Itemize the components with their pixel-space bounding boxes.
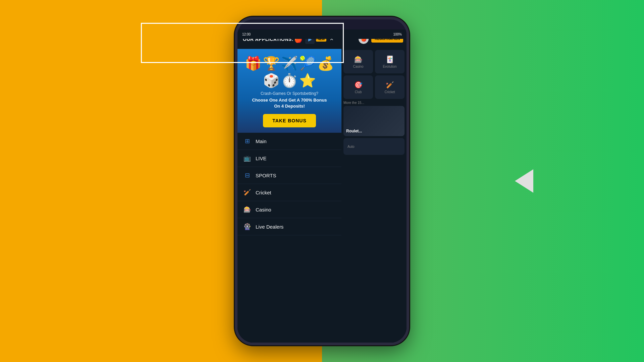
cricket-menu-icon: 🏏 — [244, 189, 251, 196]
take-bonus-button[interactable]: TAKE BONUS — [263, 114, 316, 127]
live-dealers-icon: 🎡 — [244, 223, 251, 230]
menu-item-main[interactable]: ⊞ Main — [237, 133, 341, 150]
auto-label: Auto — [347, 145, 355, 148]
status-time: 12:00 — [242, 33, 251, 36]
main-icon: ⊞ — [244, 137, 251, 145]
power-button — [408, 93, 409, 120]
clock-emoji: ⏱️ — [281, 73, 298, 88]
volume-down-button — [235, 107, 236, 127]
app-card-grid: 🎰 Casino 🃏 Evolution 🎯 Club 🏏 Cricket — [341, 48, 407, 101]
live-dealers-label: Live Dealers — [256, 224, 283, 230]
menu-item-sports[interactable]: ⊟ SPORTS — [237, 167, 341, 184]
cricket-menu-label: Cricket — [256, 190, 271, 195]
cricket-card[interactable]: 🏏 Cricket — [375, 75, 405, 99]
trophy-emoji: 🏆 — [263, 56, 280, 71]
coin-emoji: 💰 — [317, 56, 334, 71]
banner-subtitle: Crash-Games Or Sportsbetting? — [243, 91, 336, 96]
right-app-content: 🍎 REGISTRATION 🎰 Casino 🃏 Evolution 🎯 Cl… — [341, 29, 407, 343]
main-label: Main — [256, 138, 267, 144]
casino-label: Casino — [353, 65, 363, 68]
back-arrow[interactable] — [515, 169, 533, 193]
plane-emoji: ✈️ — [281, 56, 298, 71]
gift-emoji: 🎁 — [245, 56, 262, 71]
evolution-icon: 🃏 — [386, 55, 394, 63]
menu-item-live[interactable]: 📺 LIVE — [237, 150, 341, 167]
roulette-label: Roulet... — [346, 129, 362, 133]
casino-icon: 🎰 — [354, 55, 363, 63]
popup-banner: 🎁 🏆 ✈️ 🎾 💰 🎲 ⏱️ ⭐ Crash-Games Or Sportsb… — [237, 49, 341, 133]
auto-card[interactable]: Auto — [343, 138, 405, 155]
arrow-triangle — [515, 169, 533, 193]
menu-item-casino[interactable]: 🎰 Casino — [237, 201, 341, 218]
status-bar: 12:00 100% — [237, 29, 407, 39]
dice-emoji: 🎲 — [263, 73, 280, 88]
sports-icon: ⊟ — [244, 172, 251, 179]
cricket-icon: 🏏 — [386, 81, 394, 89]
evolution-label: Evolution — [383, 65, 396, 68]
more-label: More the 15... — [341, 101, 407, 105]
menu-item-live-dealers[interactable]: 🎡 Live Dealers — [237, 218, 341, 235]
live-icon: 📺 — [244, 155, 251, 162]
phone-body: 12:00 100% 🍎 REGISTRATION 🎰 Casino 🃏 Ev — [235, 17, 409, 345]
casino-menu-label: Casino — [256, 207, 271, 213]
roulette-card[interactable]: Roulet... — [343, 106, 405, 136]
evolution-card[interactable]: 🃏 Evolution — [375, 50, 405, 73]
status-battery: 100% — [393, 33, 402, 36]
club-card[interactable]: 🎯 Club — [343, 75, 373, 99]
sports-label: SPORTS — [256, 173, 276, 178]
racket-emoji: 🎾 — [299, 56, 316, 71]
popup-panel: OUR APPLICATIONS: 🍎 ▶ NEW × — [237, 29, 341, 343]
live-label: LIVE — [256, 156, 267, 161]
club-icon: 🎯 — [354, 81, 363, 89]
cricket-card-label: Cricket — [384, 90, 395, 94]
banner-emoji-area: 🎁 🏆 ✈️ 🎾 💰 🎲 ⏱️ ⭐ — [243, 56, 336, 88]
volume-up-button — [235, 80, 236, 100]
star-emoji: ⭐ — [299, 73, 316, 88]
menu-item-cricket[interactable]: 🏏 Cricket — [237, 184, 341, 201]
banner-title: Choose One And Get A 700% BonusOn 4 Depo… — [243, 97, 336, 109]
phone-device: 12:00 100% 🍎 REGISTRATION 🎰 Casino 🃏 Ev — [235, 17, 409, 345]
menu-list: ⊞ Main 📺 LIVE ⊟ SPORTS 🏏 Cricket — [237, 133, 341, 235]
phone-screen: 12:00 100% 🍎 REGISTRATION 🎰 Casino 🃏 Ev — [237, 29, 407, 343]
club-label: Club — [355, 90, 362, 94]
casino-menu-icon: 🎰 — [244, 206, 251, 213]
casino-card[interactable]: 🎰 Casino — [343, 50, 373, 73]
